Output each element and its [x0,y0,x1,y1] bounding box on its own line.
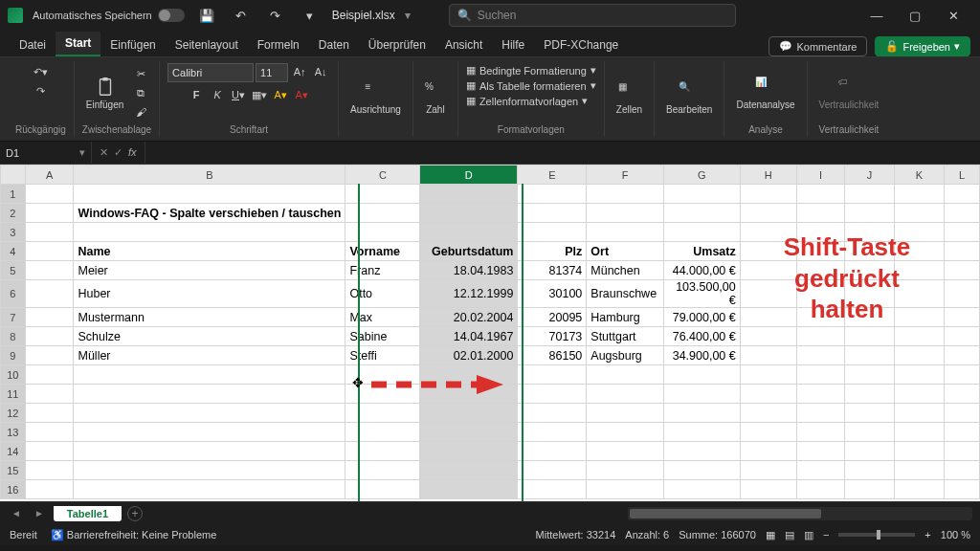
row-header-14[interactable]: 14 [1,442,26,461]
cell-G6[interactable]: 103.500,00 € [663,280,740,308]
col-header-I[interactable]: I [796,165,845,185]
cell-I11[interactable] [796,385,845,404]
sheet-tab[interactable]: Tabelle1 [54,506,122,521]
cell-L11[interactable] [944,385,979,404]
cell-I12[interactable] [796,404,845,423]
tab-datei[interactable]: Datei [10,33,56,56]
row-header-15[interactable]: 15 [1,461,26,480]
cell-L5[interactable] [944,261,979,280]
cell-H9[interactable] [740,346,796,365]
cell-D1[interactable] [420,185,518,204]
fx-icon[interactable]: fx [128,146,137,159]
cell-L8[interactable] [944,327,979,346]
cell-A6[interactable] [25,280,74,308]
cell-L4[interactable] [944,242,979,261]
cell-J2[interactable] [845,204,894,223]
cell-A16[interactable] [25,480,74,499]
horizontal-scrollbar[interactable] [628,507,972,520]
cell-K1[interactable] [894,185,944,204]
cell-H8[interactable] [740,327,796,346]
cell-E2[interactable] [518,204,587,223]
cell-D15[interactable] [420,461,518,480]
cell-G12[interactable] [663,404,740,423]
cell-E8[interactable]: 70173 [518,327,587,346]
font-name-select[interactable] [167,63,254,82]
cell-K14[interactable] [894,442,944,461]
cell-C7[interactable]: Max [345,308,420,327]
cell-F12[interactable] [587,404,664,423]
cell-B14[interactable] [74,442,345,461]
cell-F9[interactable]: Augsburg [587,346,664,365]
cell-G4[interactable]: Umsatz [663,242,740,261]
cell-H15[interactable] [740,461,796,480]
cell-C2[interactable] [345,204,420,223]
cell-D12[interactable] [420,404,518,423]
format-as-table-button[interactable]: ▦ Als Tabelle formatieren ▾ [466,78,596,93]
tab-hilfe[interactable]: Hilfe [492,33,534,56]
cell-F3[interactable] [587,223,664,242]
border-button[interactable]: ▦▾ [250,86,269,103]
row-header-2[interactable]: 2 [1,204,26,223]
toggle-off-icon[interactable] [158,9,185,22]
cell-E9[interactable]: 86150 [518,346,587,365]
cells-button[interactable]: ▦Zellen [612,79,646,117]
cell-A1[interactable] [25,185,74,204]
filename[interactable]: Beispiel.xlsx [332,9,395,22]
cell-C4[interactable]: Vorname [345,242,420,261]
cell-H1[interactable] [740,185,796,204]
cell-J9[interactable] [845,346,894,365]
row-header-13[interactable]: 13 [1,423,26,442]
cell-I10[interactable] [796,365,845,385]
cell-D16[interactable] [420,480,518,499]
fill-color-button[interactable]: A▾ [271,86,290,103]
row-header-12[interactable]: 12 [1,404,26,423]
conditional-formatting-button[interactable]: ▦ Bedingte Formatierung ▾ [466,63,596,77]
cell-B5[interactable]: Meier [74,261,345,280]
cell-B11[interactable] [74,385,345,404]
cell-G15[interactable] [663,461,740,480]
paste-button[interactable]: Einfügen [82,75,127,112]
format-painter-icon[interactable]: 🖌 [131,103,150,121]
cell-K11[interactable] [894,385,944,404]
cell-E12[interactable] [518,404,587,423]
cell-B7[interactable]: Mustermann [74,308,345,327]
row-header-1[interactable]: 1 [1,185,26,204]
cell-A15[interactable] [25,461,74,480]
cell-H11[interactable] [740,385,796,404]
cell-L6[interactable] [944,280,979,308]
row-header-10[interactable]: 10 [1,365,26,385]
cell-J12[interactable] [845,404,894,423]
cell-F8[interactable]: Stuttgart [587,327,664,346]
alignment-button[interactable]: ≡Ausrichtung [346,79,405,117]
cell-J13[interactable] [845,423,894,442]
cell-E5[interactable]: 81374 [518,261,587,280]
cell-A11[interactable] [25,385,74,404]
decrease-font-icon[interactable]: A↓ [311,63,330,80]
cell-L13[interactable] [944,423,979,442]
cell-L3[interactable] [944,223,979,242]
cell-K2[interactable] [894,204,944,223]
cell-J15[interactable] [845,461,894,480]
underline-button[interactable]: U▾ [229,86,248,103]
cell-E14[interactable] [518,442,587,461]
row-header-11[interactable]: 11 [1,385,26,404]
cell-A3[interactable] [25,223,74,242]
view-break-icon[interactable]: ▥ [804,529,813,541]
cell-J10[interactable] [845,365,894,385]
cell-B1[interactable] [74,185,345,204]
sheet-nav-prev[interactable]: ◄ [8,508,25,518]
cell-I2[interactable] [796,204,845,223]
cell-L15[interactable] [944,461,979,480]
cell-C1[interactable] [345,185,420,204]
cell-F5[interactable]: München [587,261,664,280]
cell-F6[interactable]: Braunschwe [587,280,664,308]
cell-B16[interactable] [74,480,345,499]
col-header-A[interactable]: A [25,165,74,185]
tab-formeln[interactable]: Formeln [248,33,309,56]
tab-überprüfen[interactable]: Überprüfen [359,33,435,56]
cell-C6[interactable]: Otto [345,280,420,308]
cell-B13[interactable] [74,423,345,442]
cell-D4[interactable]: Geburtsdatum [420,242,518,261]
col-header-G[interactable]: G [663,165,740,185]
cell-D3[interactable] [420,223,518,242]
